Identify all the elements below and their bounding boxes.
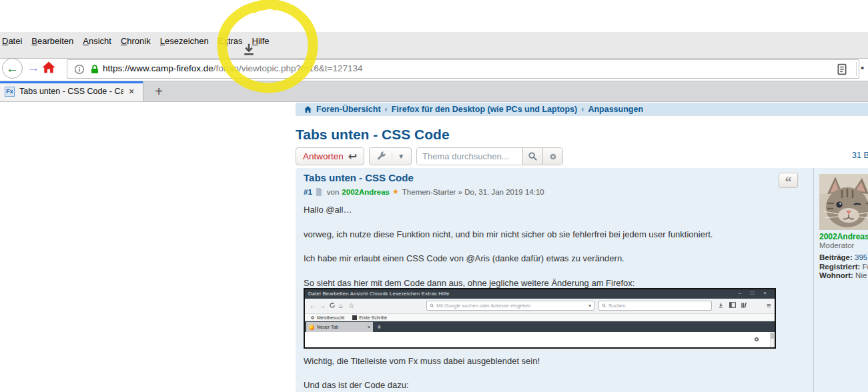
post-panel: Tabs unten - CSS Code #1 von 2002Andreas… xyxy=(296,168,868,392)
post-sheet-icon xyxy=(316,188,322,196)
shot-library-icon xyxy=(741,302,747,309)
download-icon[interactable] xyxy=(240,41,260,57)
post-author-link[interactable]: 2002Andreas xyxy=(342,188,390,196)
post-paragraph: vorweg, ich nutze diese Funktion nicht, … xyxy=(304,229,801,239)
url-bar[interactable]: https://www.camp-firefox.de/forum/viewto… xyxy=(67,59,859,79)
breadcrumb: Foren-Übersicht ‹ Firefox für den Deskto… xyxy=(296,103,868,116)
post-paragraph: Wichtig, die Titelleiste vom Fx muss dab… xyxy=(304,356,801,366)
shot-url-caret-icon: ▾ xyxy=(588,303,591,309)
shot-window-controls: – □ × xyxy=(739,290,771,296)
shot-sidebar-icon xyxy=(729,302,736,308)
profile-divider xyxy=(813,168,814,392)
shot-forward-icon: → xyxy=(319,301,326,310)
byline-von: von xyxy=(327,188,340,196)
search-submit-button[interactable] xyxy=(522,148,542,165)
breadcrumb-link-anpassungen[interactable]: Anpassungen xyxy=(588,105,643,114)
tab-favicon: Fx xyxy=(5,87,15,97)
byline-date: Themen-Starter » Do, 31. Jan 2019 14:10 xyxy=(402,188,544,196)
post-paragraph: So sieht das hier mit dem Code dann aus,… xyxy=(304,278,801,288)
gear-icon xyxy=(548,152,558,161)
reply-arrow-icon: ↩ xyxy=(348,151,357,162)
tab-close-icon[interactable]: × xyxy=(125,86,137,97)
shot-search-icon xyxy=(430,303,434,308)
topic-starter-star-icon: ★ xyxy=(392,187,399,196)
shot-scrollbar xyxy=(770,332,775,347)
shot-content-area xyxy=(305,332,775,347)
reply-button[interactable]: Antworten ↩ xyxy=(296,147,364,165)
shot-firefox-icon xyxy=(309,325,314,330)
shot-bookmark-item: Meistbesucht xyxy=(317,315,344,320)
shot-nav-toolbar: ← → ⌂ ☆ Mit Google suchen oder Adresse e… xyxy=(305,299,775,314)
shot-search-icon xyxy=(602,303,606,308)
menu-bar: Datei Bearbeiten Ansicht Chronik Lesezei… xyxy=(0,32,868,59)
menu-chronik[interactable]: Chronik xyxy=(116,35,155,48)
search-options-button[interactable] xyxy=(542,148,562,165)
shot-settings-gear-icon xyxy=(753,336,760,343)
shot-home-icon: ⌂ xyxy=(339,301,343,310)
post-meta: #1 von 2002Andreas ★ Themen-Starter » Do… xyxy=(304,187,544,196)
topic-search-input[interactable] xyxy=(417,148,522,165)
home-breadcrumb-icon[interactable] xyxy=(304,105,312,113)
forward-arrow-icon: → xyxy=(27,61,40,75)
topic-toolbar: Antworten ↩ ▼ xyxy=(296,147,563,165)
shot-tab-close-icon: × xyxy=(368,325,370,329)
url-path: /forum/viewtopic.php?f=16&t=127134 xyxy=(213,63,363,73)
profile-fields: Beiträge: 395 Registriert: Fr Wohnort: N… xyxy=(819,253,868,281)
shot-url-bar: Mit Google suchen oder Adresse eingeben … xyxy=(426,301,594,311)
urlbar-separator xyxy=(856,62,857,76)
shot-bookmarks-bar: Meistbesucht Erste Schritte xyxy=(305,314,775,321)
active-tab-indicator xyxy=(0,81,143,83)
topic-search-group xyxy=(416,147,563,165)
chevron-down-icon: ▼ xyxy=(398,153,404,160)
shot-tab: Neuer Tab × xyxy=(306,322,373,332)
breadcrumb-link-forum-overview[interactable]: Foren-Übersicht xyxy=(316,105,381,114)
profile-name-link[interactable]: 2002Andreas xyxy=(819,232,868,241)
page-actions-icon[interactable]: • xyxy=(861,62,865,73)
menu-lesezeichen[interactable]: Lesezeichen xyxy=(155,35,213,48)
avatar xyxy=(819,174,868,230)
site-info-icon[interactable] xyxy=(74,64,85,75)
back-button[interactable]: ← xyxy=(2,58,23,79)
shot-tab-bar: Neuer Tab × + xyxy=(305,321,775,332)
shot-menu-bar: Datei Bearbeiten Ansicht Chronik Lesezei… xyxy=(308,291,450,297)
post-title-link[interactable]: Tabs unten - CSS Code xyxy=(304,172,414,183)
page-viewport: Foren-Übersicht ‹ Firefox für den Deskto… xyxy=(0,102,868,392)
breadcrumb-link-desktop-forum[interactable]: Firefox für den Desktop (wie PCs und Lap… xyxy=(392,105,578,114)
page-title[interactable]: Tabs unten - CSS Code xyxy=(296,127,450,143)
profile-field-location: Wohnort: Nie xyxy=(819,271,868,281)
shot-bookmark-item: Erste Schritte xyxy=(359,315,387,320)
shot-reload-icon xyxy=(329,302,336,309)
shot-search-bar: Suchen xyxy=(598,301,712,311)
back-arrow-icon: ← xyxy=(6,61,19,76)
wrench-icon xyxy=(376,151,386,161)
padlock-icon[interactable] xyxy=(89,64,100,75)
home-button[interactable] xyxy=(41,60,57,76)
shot-download-icon xyxy=(718,302,724,309)
post-paragraph: Und das ist der Code dazu: xyxy=(304,380,801,390)
shot-grid-icon xyxy=(352,315,357,320)
shot-bookmark-icon: ☆ xyxy=(348,301,354,310)
reader-mode-icon[interactable] xyxy=(836,63,848,75)
menu-datei[interactable]: Datei xyxy=(0,35,27,48)
menu-items: Datei Bearbeiten Ansicht Chronik Lesezei… xyxy=(0,35,274,48)
forward-button[interactable]: → xyxy=(24,59,43,77)
profile-posts-link[interactable]: 395 xyxy=(855,253,867,261)
post-number-link[interactable]: #1 xyxy=(304,188,312,196)
url-text: https://www.camp-firefox.de/forum/viewto… xyxy=(103,63,362,73)
tab-bar: Fx Tabs unten - CSS Code - Camp × + xyxy=(0,81,868,102)
shot-new-tab-icon: + xyxy=(377,322,381,331)
screenshot-root: Datei Bearbeiten Ansicht Chronik Lesezei… xyxy=(0,0,868,392)
topic-post-count: 31 B xyxy=(852,151,868,160)
post-paragraph: Ich habe mir erlaubt einen CSS Code von … xyxy=(304,253,801,263)
quote-button[interactable]: “ xyxy=(779,173,798,188)
url-domain: https://www.camp-firefox.de xyxy=(103,63,213,73)
quote-icon: “ xyxy=(785,175,792,189)
shot-back-icon: ← xyxy=(310,301,316,310)
tab-active[interactable]: Fx Tabs unten - CSS Code - Camp × xyxy=(0,81,143,101)
new-tab-button[interactable]: + xyxy=(151,83,167,100)
topic-tools-button[interactable]: ▼ xyxy=(369,147,412,165)
breadcrumb-separator: ‹ xyxy=(581,105,584,114)
menu-ansicht[interactable]: Ansicht xyxy=(78,35,116,48)
menu-bearbeiten[interactable]: Bearbeiten xyxy=(27,35,78,48)
shot-gear-icon xyxy=(310,315,315,320)
